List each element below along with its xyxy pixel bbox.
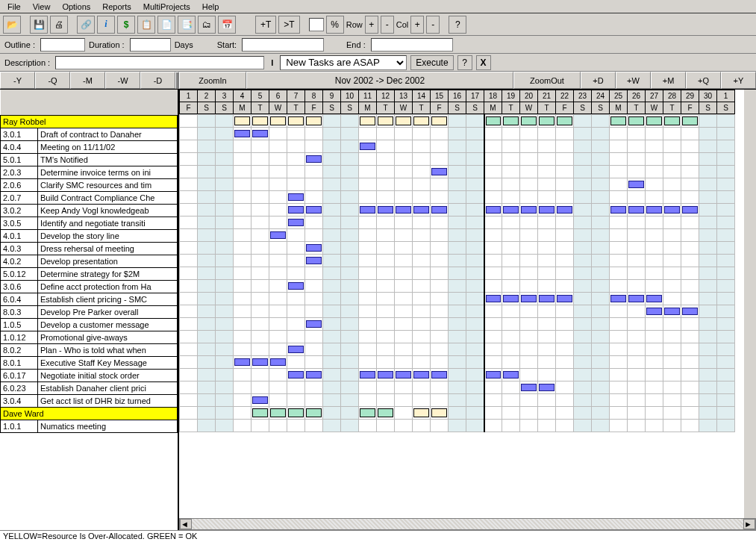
resource-bar[interactable] xyxy=(288,408,304,417)
help-button[interactable]: ? xyxy=(449,16,466,34)
task-name[interactable]: Build Contract Compliance Che xyxy=(38,191,178,204)
outline-input[interactable] xyxy=(40,38,85,52)
task-name[interactable]: Draft of contract to Danaher xyxy=(38,128,178,140)
copy-icon[interactable]: 📑 xyxy=(178,16,196,34)
zoom-minus-m[interactable]: -M xyxy=(70,72,105,89)
task-bar[interactable] xyxy=(539,384,554,391)
task-bar[interactable] xyxy=(288,219,304,226)
save-icon[interactable]: 💾 xyxy=(30,16,48,34)
task-name[interactable]: Define acct protection from Ha xyxy=(38,280,178,293)
task-bar[interactable] xyxy=(521,206,537,214)
task-bar[interactable] xyxy=(378,371,393,379)
zoom-minus-y[interactable]: -Y xyxy=(0,72,35,89)
resource-bar[interactable] xyxy=(252,116,268,125)
task-bar[interactable] xyxy=(252,358,268,366)
task-name[interactable]: Develop presentation xyxy=(38,255,178,267)
task-bar[interactable] xyxy=(628,206,644,214)
italic-icon[interactable]: I xyxy=(268,58,276,67)
menu-view[interactable]: View xyxy=(27,1,57,13)
task-name[interactable]: Negotiate initial stock order xyxy=(38,369,178,381)
menu-file[interactable]: File xyxy=(1,1,27,13)
task-bar[interactable] xyxy=(682,308,698,315)
task-bar[interactable] xyxy=(486,371,502,379)
percent-input[interactable] xyxy=(309,18,324,31)
resource-bar[interactable] xyxy=(378,116,393,125)
task-bar[interactable] xyxy=(486,206,502,214)
task-name[interactable]: Determine invoice terms on ini xyxy=(38,166,178,178)
dollar-icon[interactable]: $ xyxy=(117,16,135,34)
resource-bar[interactable] xyxy=(486,116,502,125)
task-table[interactable]: Ray Robbel3.0.1Draft of contract to Dana… xyxy=(0,90,178,433)
task-bar[interactable] xyxy=(628,295,644,302)
task-id[interactable]: 3.0.4 xyxy=(1,394,38,407)
resource-bar[interactable] xyxy=(360,116,375,125)
task-name[interactable]: Identify and negotiate transiti xyxy=(38,217,178,229)
resource-bar[interactable] xyxy=(628,116,644,125)
task-name[interactable]: Clarify SMC resources and tim xyxy=(38,178,178,191)
task-id[interactable]: 5.0.1 xyxy=(1,153,38,166)
gantt-grid[interactable] xyxy=(179,114,756,432)
task-id[interactable]: 2.0.3 xyxy=(1,166,38,178)
resource-bar[interactable] xyxy=(431,116,447,125)
task-bar[interactable] xyxy=(270,358,286,366)
task-name[interactable]: Determine strategy for $2M xyxy=(38,267,178,280)
resource-bar[interactable] xyxy=(378,408,393,417)
task-id[interactable]: 5.0.12 xyxy=(1,267,38,280)
query-button[interactable]: ? xyxy=(457,55,472,70)
task-bar[interactable] xyxy=(431,206,447,214)
zoom-plus-m[interactable]: +M xyxy=(651,72,686,89)
task-bar[interactable] xyxy=(252,396,268,404)
task-bar[interactable] xyxy=(288,346,304,353)
cancel-button[interactable]: X xyxy=(476,55,491,70)
resource-bar[interactable] xyxy=(610,116,626,125)
zoom-plus-w[interactable]: +W xyxy=(616,72,651,89)
horizontal-scrollbar[interactable]: ◄ ► xyxy=(179,518,756,530)
tree-icon[interactable]: 🗂 xyxy=(198,16,216,34)
zoom-plus-d[interactable]: +D xyxy=(581,72,616,89)
resource-bar[interactable] xyxy=(360,408,375,417)
duration-input[interactable] xyxy=(130,38,171,52)
task-bar[interactable] xyxy=(360,371,375,379)
task-bar[interactable] xyxy=(252,130,268,137)
open-icon[interactable]: 📂 xyxy=(3,16,21,34)
task-bar[interactable] xyxy=(306,257,322,264)
start-input[interactable] xyxy=(242,38,324,52)
task-name[interactable]: Develop the story line xyxy=(38,229,178,242)
resource-bar[interactable] xyxy=(664,116,680,125)
task-name[interactable]: Ray Robbel xyxy=(1,115,178,128)
task-id[interactable]: 4.0.4 xyxy=(1,140,38,153)
link-icon[interactable]: 🔗 xyxy=(77,16,95,34)
resource-bar[interactable] xyxy=(521,116,537,125)
resource-bar[interactable] xyxy=(252,408,268,417)
task-bar[interactable] xyxy=(610,295,626,302)
task-bar[interactable] xyxy=(396,206,411,214)
shift-task-button[interactable]: >T xyxy=(278,16,299,34)
task-bar[interactable] xyxy=(682,206,698,214)
task-name[interactable]: TM's Notified xyxy=(38,153,178,166)
calendar-icon[interactable]: 📅 xyxy=(218,16,236,34)
task-id[interactable]: 6.0.23 xyxy=(1,381,38,394)
task-id[interactable]: 4.0.2 xyxy=(1,255,38,267)
row-minus-button[interactable]: - xyxy=(381,16,394,34)
task-id[interactable]: 6.0.4 xyxy=(1,293,38,305)
task-bar[interactable] xyxy=(288,206,304,214)
task-id[interactable]: 4.0.1 xyxy=(1,229,38,242)
resource-bar[interactable] xyxy=(413,408,429,417)
zoom-plus-y[interactable]: +Y xyxy=(721,72,756,89)
task-name[interactable]: Meeting on 11/11/02 xyxy=(38,140,178,153)
description-input[interactable] xyxy=(55,56,264,69)
resource-bar[interactable] xyxy=(396,116,411,125)
menu-options[interactable]: Options xyxy=(56,1,96,13)
task-name[interactable]: Develop Pre Parker overall xyxy=(38,305,178,318)
task-bar[interactable] xyxy=(431,168,447,175)
task-bar[interactable] xyxy=(288,371,304,379)
task-bar[interactable] xyxy=(360,206,375,214)
add-task-button[interactable]: +T xyxy=(255,16,276,34)
resource-bar[interactable] xyxy=(539,116,554,125)
task-bar[interactable] xyxy=(413,206,429,214)
resource-bar[interactable] xyxy=(306,116,322,125)
task-name[interactable]: Keep Andy Vogl knowledgeab xyxy=(38,204,178,217)
task-bar[interactable] xyxy=(646,308,662,315)
task-bar[interactable] xyxy=(306,155,322,163)
task-id[interactable]: 2.0.6 xyxy=(1,178,38,191)
